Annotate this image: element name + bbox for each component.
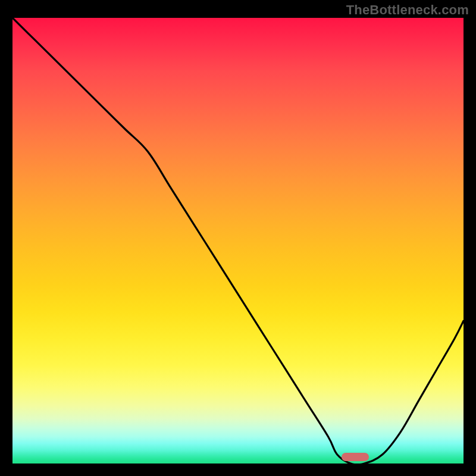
bottleneck-curve (12, 18, 464, 464)
plot-area (12, 18, 464, 464)
watermark-text: TheBottleneck.com (346, 2, 469, 18)
ideal-point-marker (342, 453, 369, 461)
chart-frame: TheBottleneck.com (0, 0, 476, 476)
